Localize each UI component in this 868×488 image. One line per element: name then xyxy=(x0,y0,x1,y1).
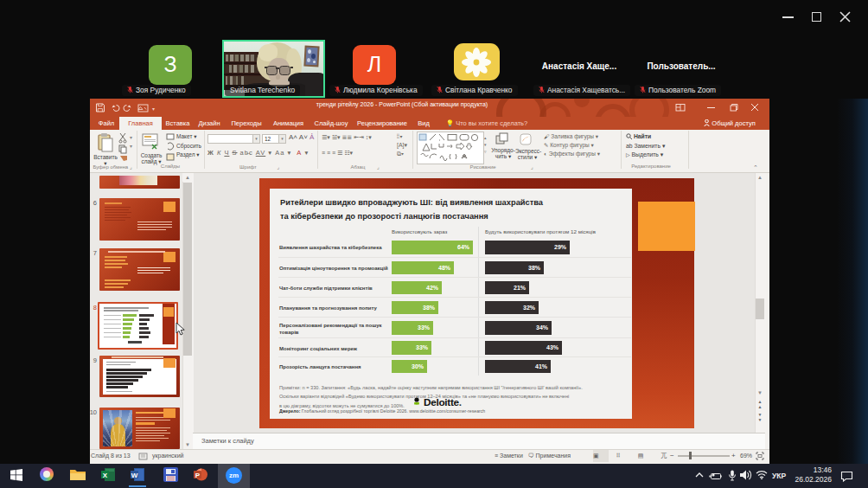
svg-text:W: W xyxy=(131,472,138,479)
svg-text:X: X xyxy=(103,472,108,479)
svg-text:P: P xyxy=(195,472,201,479)
